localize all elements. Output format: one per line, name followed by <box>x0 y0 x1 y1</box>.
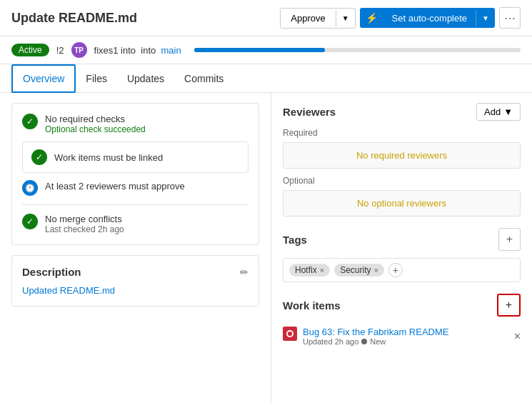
autocomplete-caret-button[interactable]: ▼ <box>476 10 495 26</box>
work-item-row: Bug 63: Fix the Fabrikam README Updated … <box>283 324 521 349</box>
check-required-text: No required checks Optional check succee… <box>45 114 146 134</box>
tab-overview[interactable]: Overview <box>11 64 76 93</box>
header-actions: Approve ▼ ⚡ Set auto-complete ▼ ⋯ <box>280 7 521 29</box>
check-merge-text: No merge conflicts Last checked 2h ago <box>45 214 124 234</box>
check-merge-sub: Last checked 2h ago <box>45 224 124 234</box>
progress-bar-container <box>194 48 521 52</box>
work-item-status: New <box>370 337 386 346</box>
main-content: ✓ No required checks Optional check succ… <box>0 93 532 403</box>
bug-icon <box>283 327 297 341</box>
pr-action-text: fixes1 into <box>94 45 136 56</box>
check-reviewers-label: At least 2 reviewers must approve <box>45 181 185 191</box>
progress-bar-fill <box>194 48 325 52</box>
reviewers-section: Reviewers Add ▼ Required No required rev… <box>283 103 521 217</box>
check-merge-icon: ✓ <box>22 214 38 229</box>
svg-point-2 <box>288 332 292 336</box>
autocomplete-button[interactable]: Set auto-complete <box>383 9 476 28</box>
work-item-info: Bug 63: Fix the Fabrikam README Updated … <box>283 327 448 346</box>
work-item-updated: Updated 2h ago <box>303 337 358 346</box>
no-optional-reviewers: No optional reviewers <box>283 190 521 217</box>
add-tag-button[interactable]: + <box>498 228 521 251</box>
checks-card: ✓ No required checks Optional check succ… <box>11 103 259 245</box>
add-reviewer-button[interactable]: Add ▼ <box>476 103 521 121</box>
add-reviewer-caret-icon: ▼ <box>503 106 513 117</box>
tab-files[interactable]: Files <box>76 64 117 92</box>
more-button[interactable]: ⋯ <box>499 7 521 29</box>
description-card: Description ✏ Updated README.md <box>11 255 259 307</box>
target-branch: main <box>161 45 181 56</box>
left-panel: ✓ No required checks Optional check succ… <box>0 93 271 403</box>
no-required-reviewers: No required reviewers <box>283 142 521 169</box>
work-item-status-dot <box>361 339 367 344</box>
work-item-title[interactable]: Bug 63: Fix the Fabrikam README <box>303 327 448 337</box>
header: Update README.md Approve ▼ ⚡ Set auto-co… <box>0 0 532 36</box>
tag-hotfix: Hotfix × <box>289 264 330 277</box>
approve-button-group: Approve ▼ <box>280 8 355 29</box>
pr-number: !2 <box>56 45 64 56</box>
check-required-sub: Optional check succeeded <box>45 124 146 134</box>
reviewers-header: Reviewers Add ▼ <box>283 103 521 121</box>
subheader: Active !2 TP fixes1 into into main <box>0 36 532 64</box>
autocomplete-icon: ⚡ <box>360 8 383 28</box>
check-work-items-icon: ✓ <box>31 149 47 165</box>
check-merge-label: No merge conflicts <box>45 214 124 224</box>
add-work-item-button[interactable]: + <box>497 294 521 317</box>
pr-description: fixes1 into into main <box>94 45 181 56</box>
approve-button[interactable]: Approve <box>281 9 335 28</box>
description-title: Description <box>22 266 81 278</box>
work-items-title: Work items <box>283 299 341 312</box>
check-reviewers-icon: 🕐 <box>22 180 38 196</box>
tag-add-inline[interactable]: + <box>388 263 403 277</box>
description-text: Updated README.md <box>22 285 249 296</box>
check-work-items: ✓ Work items must be linked <box>22 141 249 173</box>
tag-security-label: Security <box>340 265 371 275</box>
required-label: Required <box>283 128 521 138</box>
work-item-text: Bug 63: Fix the Fabrikam README Updated … <box>303 327 448 346</box>
optional-label: Optional <box>283 176 521 186</box>
more-icon: ⋯ <box>504 11 516 25</box>
tags-row: Hotfix × Security × + <box>283 258 521 282</box>
work-items-section: Work items + Bug 63: Fix the Fabrikam RE… <box>283 294 521 349</box>
tag-hotfix-remove[interactable]: × <box>320 266 324 274</box>
tab-updates[interactable]: Updates <box>117 64 174 92</box>
tags-section: Tags + Hotfix × Security × + <box>283 228 521 282</box>
divider <box>22 204 249 205</box>
check-required-label: No required checks <box>45 114 146 124</box>
check-work-items-label: Work items must be linked <box>54 152 163 163</box>
status-badge: Active <box>11 44 49 56</box>
remove-work-item[interactable]: × <box>514 330 521 343</box>
tags-header: Tags + <box>283 228 521 251</box>
right-panel: Reviewers Add ▼ Required No required rev… <box>271 93 532 403</box>
tag-security: Security × <box>334 264 384 277</box>
add-reviewer-label: Add <box>484 106 501 117</box>
work-items-header: Work items + <box>283 294 521 317</box>
autocomplete-button-group: ⚡ Set auto-complete ▼ <box>360 8 495 28</box>
page-title: Update README.md <box>11 11 273 26</box>
work-item-subtitle: Updated 2h ago New <box>303 337 448 346</box>
edit-icon[interactable]: ✏ <box>240 267 249 278</box>
reviewers-title: Reviewers <box>283 106 336 118</box>
pr-number-text: !2 <box>56 45 64 56</box>
check-required: ✓ No required checks Optional check succ… <box>22 114 249 134</box>
approve-caret-button[interactable]: ▼ <box>336 10 355 26</box>
tag-security-remove[interactable]: × <box>373 266 378 274</box>
tag-hotfix-label: Hotfix <box>295 265 317 275</box>
tabs-bar: Overview Files Updates Commits <box>0 64 532 93</box>
avatar: TP <box>71 42 87 58</box>
check-merge: ✓ No merge conflicts Last checked 2h ago <box>22 214 249 234</box>
check-reviewers: 🕐 At least 2 reviewers must approve <box>22 180 249 196</box>
check-required-icon: ✓ <box>22 114 38 129</box>
description-header: Description ✏ <box>22 266 249 278</box>
tab-commits[interactable]: Commits <box>174 64 234 92</box>
tags-title: Tags <box>283 234 307 246</box>
